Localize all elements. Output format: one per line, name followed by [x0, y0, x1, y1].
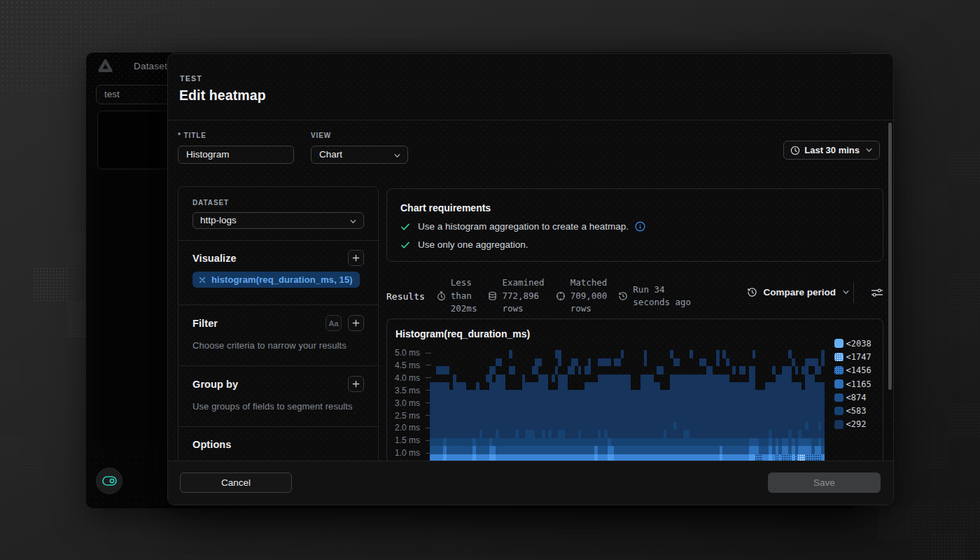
dataset-select[interactable]: http-logs [192, 212, 364, 229]
view-select-value: Chart [319, 149, 342, 160]
title-input[interactable]: Histogram [178, 146, 294, 164]
chart-requirements-box: Chart requirements Use a histogram aggre… [386, 188, 883, 262]
legend-row: <2038 [834, 337, 872, 350]
heatmap-plot[interactable] [430, 342, 825, 461]
y-tick-label: 2.5 ms [387, 411, 420, 421]
dot-patch [67, 232, 86, 266]
heatmap-chart-panel: Histogram(req_duration_ms) 5.0 ms 4.5 ms… [386, 318, 883, 461]
add-visualization-button[interactable] [348, 250, 364, 266]
legend-label: <874 [846, 393, 867, 402]
dot-patch [877, 505, 911, 539]
window-nav-label[interactable]: Datasets [134, 61, 172, 71]
stat-line: 202ms [451, 302, 477, 316]
compare-period-label: Compare period [763, 287, 836, 298]
chevron-down-icon [865, 146, 873, 154]
dot-patch [911, 500, 980, 560]
view-select[interactable]: Chart [311, 146, 408, 164]
legend-swatch [834, 379, 844, 388]
last-run-stat: Run 34 seconds ago [618, 284, 691, 309]
compare-period-button[interactable]: Compare period [747, 287, 850, 298]
dataset-select-value: http-logs [200, 215, 237, 225]
toggle-switch-icon [102, 476, 117, 486]
legend-label: <1165 [846, 379, 872, 389]
sliders-icon[interactable] [871, 287, 883, 298]
options-heading: Options [192, 439, 231, 450]
cancel-button[interactable]: Cancel [180, 472, 292, 493]
dot-patch [931, 533, 966, 560]
legend-row: <1456 [834, 364, 872, 377]
dot-patch [0, 361, 20, 383]
dataset-label: DATASET [192, 199, 364, 206]
matched-rows-stat: Matched 709,000 rows [556, 276, 608, 316]
stat-line: than [451, 290, 477, 303]
dot-patch [434, 531, 490, 560]
add-filter-button[interactable] [348, 315, 364, 331]
visualize-heading: Visualize [192, 253, 237, 264]
filter-description: Choose criteria to narrow your results [192, 340, 364, 351]
group-by-description: Use groups of fields to segment results [192, 401, 364, 412]
modal-kicker: TEST [180, 74, 202, 83]
divider [853, 282, 854, 303]
stat-line: Less [451, 276, 477, 290]
database-icon [488, 291, 497, 301]
dot-patch [33, 267, 67, 301]
legend-swatch [834, 353, 844, 362]
stat-line: 709,000 [570, 290, 608, 303]
modal-scrollbar-thumb[interactable] [888, 122, 892, 390]
examined-rows-stat: Examined 772,896 rows [488, 276, 544, 316]
modal-body: * TITLE Histogram VIEW Chart Last 30 min… [168, 121, 893, 461]
visualization-chip[interactable]: histogram(req_duration_ms, 15) [192, 272, 360, 288]
desktop: { "app": { "name": "Axiom", "accent_teal… [0, 0, 980, 560]
requirement-item: Use a histogram aggregation to create a … [400, 221, 869, 232]
plus-icon [351, 379, 360, 388]
chart-title: Histogram(req_duration_ms) [396, 328, 530, 340]
stat-line: rows [502, 302, 544, 316]
legend-swatch [834, 393, 844, 402]
target-icon [556, 291, 566, 301]
history-icon [618, 291, 628, 301]
y-tick-label: 1.5 ms [387, 435, 420, 445]
y-tick-label: 3.0 ms [387, 398, 420, 408]
dot-patch [21, 435, 43, 456]
query-duration-stat: Less than 202ms [437, 276, 477, 316]
group-by-section: Group by Use groups of fields to segment… [178, 365, 378, 426]
dot-patch [259, 509, 312, 551]
requirement-text: Use a histogram aggregation to create a … [418, 221, 629, 232]
axiom-logo-icon [97, 58, 113, 74]
stat-line: Run 34 [633, 284, 691, 297]
check-icon [400, 240, 410, 250]
stat-line: Examined [502, 276, 544, 290]
dot-patch [917, 183, 948, 215]
plus-icon [351, 318, 360, 328]
feature-toggle-button[interactable] [96, 468, 122, 494]
edit-heatmap-modal: TEST Edit heatmap * TITLE Histogram VIEW… [167, 53, 894, 505]
chevron-down-icon [349, 218, 357, 225]
dot-patch [917, 434, 948, 469]
remove-icon[interactable] [198, 276, 206, 284]
results-stats: Less than 202ms Examined 772,896 [437, 276, 691, 316]
stopwatch-icon [437, 291, 446, 301]
save-button[interactable]: Save [768, 472, 881, 493]
dot-patch [948, 150, 980, 183]
legend-swatch [834, 420, 844, 429]
y-tick-label: 3.5 ms [387, 386, 420, 396]
legend-swatch [834, 366, 844, 375]
visualize-section: Visualize histogram(req_duration_ms, 15) [178, 240, 378, 304]
time-range-label: Last 30 mins [804, 145, 860, 155]
info-icon[interactable] [635, 221, 645, 232]
dot-patch [634, 512, 700, 551]
add-group-by-button[interactable] [348, 376, 364, 392]
match-case-button[interactable]: Aa [326, 315, 342, 331]
legend-label: <1456 [846, 365, 872, 375]
time-range-button[interactable]: Last 30 mins [783, 141, 880, 160]
stat-line: 772,896 [502, 290, 544, 303]
stat-line: rows [570, 302, 608, 316]
y-tick-label: 4.5 ms [387, 360, 420, 370]
chart-legend: <2038 <1747 <1456 <1165 [834, 337, 872, 431]
results-actions: Compare period [747, 282, 883, 303]
y-tick-label: 2.0 ms [387, 423, 420, 433]
check-icon [400, 222, 410, 232]
title-field-label: * TITLE [178, 132, 294, 139]
dot-patch [948, 402, 980, 438]
view-field-group: VIEW Chart [311, 132, 408, 164]
